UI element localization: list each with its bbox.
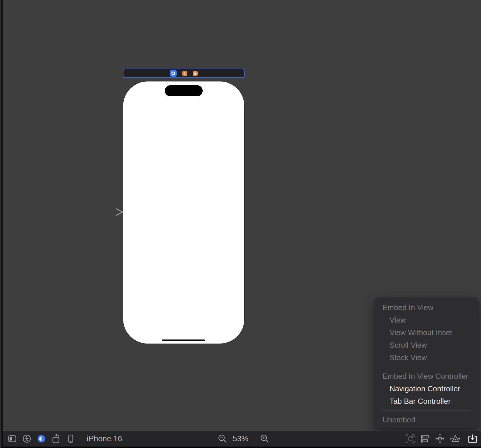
accessibility-icon[interactable]: [23, 435, 31, 443]
zoom-in-icon[interactable]: [260, 431, 269, 447]
view-controller-view[interactable]: [123, 81, 244, 344]
device-name-button[interactable]: iPhone 16: [87, 434, 122, 443]
embed-context-menu: Embed In View View View Without Inset Sc…: [375, 298, 479, 428]
zoom-level[interactable]: 53%: [229, 431, 252, 447]
interface-builder-canvas: 1 Embed In View View View Without Inset …: [0, 0, 481, 448]
scene-dock[interactable]: 1: [123, 69, 245, 78]
menu-item-unembed: Unembed: [375, 414, 479, 426]
view-controller-icon[interactable]: [170, 70, 177, 77]
orientation-icon[interactable]: [52, 434, 62, 443]
menu-item-view: View: [375, 314, 479, 326]
menu-separator: [382, 367, 471, 367]
add-constraints-icon[interactable]: [435, 434, 445, 444]
editor-sidebar-icon[interactable]: [8, 435, 16, 442]
zoom-out-icon[interactable]: [218, 431, 227, 447]
update-frames-icon[interactable]: [405, 434, 415, 444]
menu-item-navigation-controller[interactable]: Navigation Controller: [375, 383, 479, 395]
menu-item-tab-bar-controller[interactable]: Tab Bar Controller: [375, 395, 479, 408]
menu-item-view-without-inset: View Without Inset: [375, 326, 479, 339]
first-responder-badge: 1: [184, 72, 186, 75]
align-icon[interactable]: [420, 434, 430, 443]
menu-item-stack-view: Stack View: [375, 351, 479, 364]
home-indicator: [162, 339, 205, 341]
initial-view-controller-arrow: [91, 207, 123, 217]
appearance-toggle-icon[interactable]: [37, 435, 45, 443]
first-responder-icon[interactable]: 1: [182, 71, 187, 76]
exit-glyph: [194, 72, 197, 75]
exit-icon[interactable]: [193, 71, 198, 76]
window-bottom-edge: [0, 447, 481, 448]
pane-divider: [1, 0, 3, 448]
view-controller-glyph: [171, 72, 175, 75]
embed-icon[interactable]: [468, 434, 478, 444]
menu-item-scroll-view: Scroll View: [375, 339, 479, 351]
resolve-autolayout-icon[interactable]: [450, 434, 461, 443]
menu-separator: [382, 410, 471, 411]
device-icon[interactable]: [68, 435, 73, 443]
canvas-toolbar: iPhone 16 53%: [3, 431, 481, 448]
menu-header-embed-in-view-controller: Embed In View Controller: [375, 370, 479, 383]
menu-header-embed-in-view: Embed In View: [375, 301, 479, 314]
dynamic-island: [165, 85, 203, 96]
